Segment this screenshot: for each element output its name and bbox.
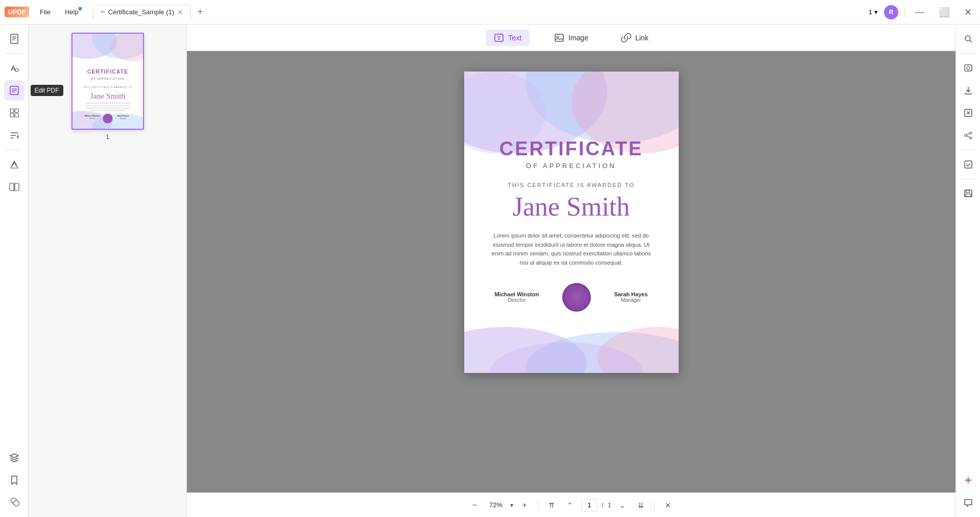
sidebar-btn-compare[interactable] [4,177,25,197]
certificate-document: CERTIFICATE OF APPRECIATION THIS CERTIFI… [464,72,679,373]
screenshot-icon [964,63,973,73]
page-num: 1 [869,8,872,16]
sidebar-btn-sort[interactable] [4,125,25,146]
toolbar-link-button[interactable]: Link [613,30,657,46]
zoom-dropdown-button[interactable]: ▾ [510,502,513,509]
sidebar-btn-grid[interactable] [4,103,25,123]
search-icon [964,34,973,43]
right-btn-share[interactable] [958,125,978,146]
sidebar-btn-bookmark[interactable] [4,470,25,490]
zoom-in-button[interactable]: + [517,498,532,512]
right-sidebar [955,25,980,517]
ai-icon [963,475,973,485]
menu-file[interactable]: File [34,6,57,18]
svg-text:THIS CERTIFICATE IS AWARDED TO: THIS CERTIFICATE IS AWARDED TO [83,86,132,88]
svg-line-53 [970,40,972,42]
minimize-button[interactable]: — [911,7,928,17]
right-btn-ai[interactable] [958,470,978,490]
certificate-title: CERTIFICATE [499,138,643,160]
svg-point-5 [15,68,18,72]
sidebar-btn-clip[interactable] [4,492,25,513]
sidebar-btn-layers[interactable] [4,448,25,468]
close-nav-button[interactable]: ✕ [661,498,675,512]
tab-close-icon[interactable]: ✕ [177,8,183,16]
svg-text:Michael Winston: Michael Winston [84,114,100,117]
certificate-subtitle: OF APPRECIATION [526,162,616,170]
certificate-awarded-text: THIS CERTIFICATE IS AWARDED TO [508,182,634,188]
svg-rect-18 [10,183,14,191]
image-tool-label: Image [568,34,588,42]
page-number-input[interactable] [581,499,597,511]
right-divider-1 [960,53,976,54]
menu-bar: File Help [34,6,85,18]
zoom-out-button[interactable]: − [467,498,482,512]
nav-next-button[interactable]: ⌄ [615,498,630,512]
certificate-content: CERTIFICATE OF APPRECIATION THIS CERTIFI… [464,72,679,322]
toolbar-image-button[interactable]: Image [546,30,596,46]
svg-point-57 [970,132,972,134]
maximize-button[interactable]: ⬜ [935,7,954,18]
svg-marker-65 [964,476,972,484]
text-tool-icon: T [494,33,504,43]
svg-text:T: T [497,35,501,41]
user-avatar[interactable]: R [884,5,898,19]
toolbar-text-button[interactable]: T Text [486,30,530,46]
thumbnail-page-number: 1 [106,133,109,140]
export-icon [964,86,973,95]
right-btn-check[interactable] [958,154,978,175]
right-btn-export[interactable] [958,80,978,101]
app-logo[interactable]: UPDF [4,7,30,17]
certificate-body: Lorem ipsum dolor sit amet, consectetur … [490,231,653,267]
nav-prev-button[interactable]: ⌃ [563,498,577,512]
left-sidebar: Edit PDF [0,25,29,517]
tab-label: Certificate_Sample (1) [108,8,174,16]
svg-rect-31 [85,103,130,104]
sidebar-btn-paint[interactable] [4,58,25,78]
certificate-name: Jane Smith [513,192,630,221]
sig1-name: Michael Winston [495,291,539,297]
thumbnail-preview: CERTIFICATE OF APPRECIATION THIS CERTIFI… [73,34,143,129]
menu-help[interactable]: Help [59,6,85,18]
sidebar-btn-doc[interactable] [4,29,25,49]
thumbnail-frame: CERTIFICATE OF APPRECIATION THIS CERTIFI… [71,33,144,130]
edit-icon [9,85,20,96]
main-layout: Edit PDF [0,25,980,517]
svg-rect-33 [85,108,130,109]
svg-point-58 [965,134,967,136]
image-tool-icon [554,33,564,43]
thumbnail-item-1[interactable]: CERTIFICATE OF APPRECIATION THIS CERTIFI… [71,33,144,140]
svg-point-52 [965,36,970,41]
tab-certificate[interactable]: ✏ Certificate_Sample (1) ✕ [93,5,191,20]
svg-rect-54 [965,65,972,71]
sidebar-btn-watermark[interactable] [4,154,25,175]
divider-1 [538,500,538,510]
sidebar-btn-edit[interactable]: Edit PDF [4,80,25,101]
svg-rect-32 [85,105,130,106]
svg-line-60 [967,133,970,135]
svg-point-55 [967,66,970,69]
link-tool-label: Link [635,34,649,42]
svg-point-35 [103,113,112,123]
svg-line-61 [967,136,970,137]
help-dot [79,7,82,10]
bookmark-icon [9,475,20,486]
nav-first-button[interactable]: ⇈ [544,498,559,512]
tab-edit-icon: ✏ [101,9,105,15]
grid-icon [9,107,20,119]
right-btn-screenshot[interactable] [958,58,978,78]
right-btn-chat[interactable] [958,492,978,513]
right-divider-3 [960,179,976,179]
sig2-name: Sarah Hayes [614,291,648,297]
nav-last-button[interactable]: ⇊ [634,498,648,512]
svg-text:Jane Smith: Jane Smith [90,91,125,100]
svg-text:Sarah Hayes: Sarah Hayes [117,114,129,117]
page-dropdown-icon[interactable]: ▾ [874,8,878,16]
right-btn-save[interactable] [958,183,978,204]
tab-add-button[interactable]: + [193,5,207,19]
divider [904,7,905,17]
share-icon [964,131,973,140]
right-btn-download[interactable] [958,103,978,123]
right-btn-search[interactable] [958,29,978,49]
close-button[interactable]: ✕ [960,7,976,18]
svg-rect-10 [10,109,14,112]
